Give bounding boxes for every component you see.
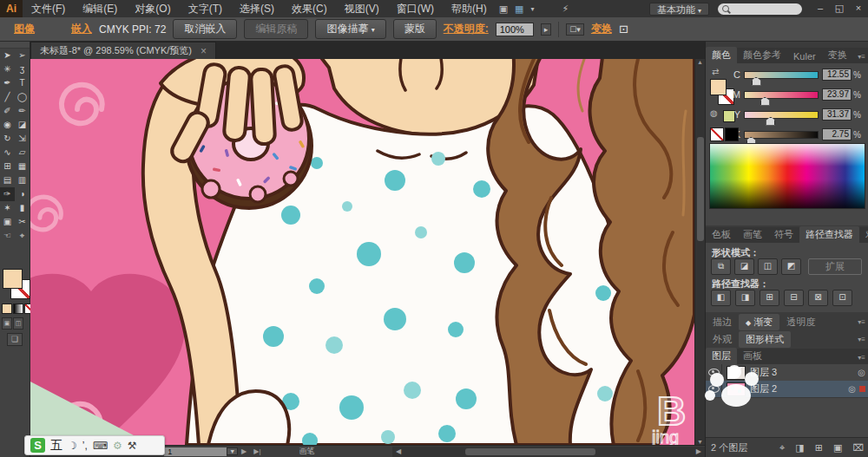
menu-help[interactable]: 帮助(H) bbox=[443, 0, 496, 17]
artboard-tool[interactable]: ▣ bbox=[0, 215, 15, 229]
panel-menu-icon[interactable]: ▾≡ bbox=[854, 50, 868, 63]
black-swatch[interactable] bbox=[725, 127, 739, 141]
swap-colors-icon[interactable]: ⇄ bbox=[712, 67, 719, 76]
black-value-field[interactable]: 2.75 bbox=[822, 128, 852, 140]
artboard-number-field[interactable]: 1 bbox=[164, 447, 227, 456]
yellow-slider[interactable] bbox=[744, 111, 819, 119]
magenta-slider[interactable] bbox=[744, 91, 819, 99]
select-similar-icon[interactable]: ☐▾ bbox=[566, 23, 584, 36]
delete-selection-icon[interactable]: ⌧ bbox=[847, 442, 868, 454]
artboard-next-icon[interactable]: ▶ bbox=[238, 447, 250, 455]
tab-symbols[interactable]: 符号 bbox=[768, 226, 799, 243]
transform-link[interactable]: 变换 bbox=[591, 22, 612, 36]
selection-tool[interactable]: ➤ bbox=[0, 49, 15, 62]
menu-window[interactable]: 窗口(W) bbox=[388, 0, 443, 17]
settings-icon[interactable]: ⚙ bbox=[113, 440, 122, 452]
vertical-scroll-thumb[interactable] bbox=[697, 137, 704, 241]
make-clipping-mask-icon[interactable]: ◨ bbox=[790, 442, 809, 454]
tab-transform[interactable]: 变换 bbox=[822, 47, 853, 63]
ellipse-tool[interactable]: ◯ bbox=[15, 90, 30, 104]
tab-color[interactable]: 颜色 bbox=[706, 47, 737, 63]
color-spectrum[interactable] bbox=[709, 143, 865, 209]
draw-normal-icon[interactable]: ▣ bbox=[2, 317, 12, 330]
draw-behind-icon[interactable]: ◫ bbox=[13, 317, 23, 330]
none-swatch[interactable] bbox=[710, 127, 724, 141]
unite-icon[interactable]: ⧉ bbox=[711, 258, 731, 275]
opacity-caret-icon[interactable]: ▸ bbox=[541, 23, 552, 36]
new-layer-icon[interactable]: ▣ bbox=[828, 442, 847, 454]
symbol-sprayer-tool[interactable]: ✶ bbox=[0, 201, 15, 215]
tab-graphic-styles[interactable]: 图形样式 bbox=[739, 331, 791, 348]
tab-stroke[interactable]: 描边 bbox=[706, 314, 739, 330]
line-segment-tool[interactable]: ╱ bbox=[0, 90, 15, 104]
magenta-value-field[interactable]: 23.97 bbox=[822, 88, 852, 101]
trim-icon[interactable]: ◨ bbox=[735, 290, 755, 306]
menu-type[interactable]: 文字(T) bbox=[180, 0, 231, 17]
menu-view[interactable]: 视图(V) bbox=[336, 0, 388, 17]
eyedropper-tool[interactable]: ✑ bbox=[0, 187, 15, 201]
exclude-icon[interactable]: ◩ bbox=[781, 258, 801, 275]
yellow-value-field[interactable]: 31.37 bbox=[822, 108, 852, 121]
unembed-button[interactable]: 取消嵌入 bbox=[173, 19, 237, 39]
horizontal-scroll-thumb[interactable] bbox=[465, 448, 595, 455]
artboard-caret-icon[interactable]: ▼ bbox=[227, 447, 238, 455]
zoom-tool[interactable]: ⌖ bbox=[15, 229, 30, 243]
expand-button[interactable]: 扩展 bbox=[808, 258, 862, 275]
menu-object[interactable]: 对象(O) bbox=[126, 0, 179, 17]
cyan-slider[interactable] bbox=[744, 71, 819, 79]
scroll-right-icon[interactable]: ▶ bbox=[693, 447, 705, 455]
isolate-selected-icon[interactable]: ⊡ bbox=[619, 23, 628, 36]
performance-icon[interactable]: ⚡ bbox=[558, 3, 572, 15]
menu-select[interactable]: 选择(S) bbox=[231, 0, 283, 17]
divide-icon[interactable]: ◧ bbox=[711, 290, 731, 306]
cyan-value-field[interactable]: 12.55 bbox=[822, 69, 852, 81]
menu-file[interactable]: 文件(F) bbox=[23, 0, 74, 17]
blob-brush-tool[interactable]: ◉ bbox=[0, 118, 15, 132]
scroll-left-icon[interactable]: ◀ bbox=[392, 447, 404, 455]
ime-mode-toggle[interactable]: 五 bbox=[50, 438, 62, 454]
pen-tool[interactable]: ✒ bbox=[0, 76, 15, 90]
tab-transparency[interactable]: 透明度 bbox=[779, 314, 822, 330]
workspace-switcher[interactable]: 基本功能 ▾ bbox=[649, 3, 709, 16]
fill-color-swatch[interactable] bbox=[3, 269, 23, 289]
column-graph-tool[interactable]: ▮ bbox=[15, 201, 30, 215]
opacity-label[interactable]: 不透明度: bbox=[444, 22, 489, 36]
minus-back-icon[interactable]: ⊡ bbox=[832, 290, 852, 306]
keyboard-icon[interactable]: ⌨ bbox=[93, 440, 108, 452]
magic-wand-tool[interactable]: ✳ bbox=[0, 62, 15, 76]
gradient-button[interactable] bbox=[13, 304, 23, 314]
toolbox-grip[interactable] bbox=[0, 42, 30, 49]
scale-tool[interactable]: ⇲ bbox=[15, 132, 30, 146]
outline-icon[interactable]: ⊠ bbox=[808, 290, 828, 306]
tab-gradient[interactable]: ◆ 渐变 bbox=[739, 314, 779, 330]
pencil-tool[interactable]: ✏ bbox=[15, 104, 30, 118]
web-safe-icon[interactable]: ◍ bbox=[710, 108, 718, 118]
sogou-logo-icon[interactable]: S bbox=[30, 438, 45, 453]
locate-object-icon[interactable]: ⌖ bbox=[774, 442, 790, 454]
target-icon[interactable]: ◎ bbox=[858, 368, 868, 377]
minimize-button[interactable]: – bbox=[811, 2, 830, 16]
mesh-tool[interactable]: ▤ bbox=[0, 173, 15, 187]
tab-color-guide[interactable]: 颜色参考 bbox=[737, 47, 787, 63]
gradient-tool[interactable]: ▥ bbox=[15, 173, 30, 187]
tab-swatches[interactable]: 色板 bbox=[706, 226, 737, 243]
slice-tool[interactable]: ✂ bbox=[15, 215, 30, 229]
direct-selection-tool[interactable]: ➢ bbox=[15, 49, 30, 62]
mask-button[interactable]: 蒙版 bbox=[393, 19, 437, 39]
paintbrush-tool[interactable]: ✐ bbox=[0, 104, 15, 118]
scroll-up-icon[interactable]: ▲ bbox=[695, 59, 705, 65]
perspective-grid-tool[interactable]: ▦ bbox=[15, 160, 30, 173]
crop-icon[interactable]: ⊟ bbox=[784, 290, 804, 306]
wrench-icon[interactable]: ⚒ bbox=[128, 440, 137, 452]
scroll-down-icon[interactable]: ▼ bbox=[695, 439, 705, 445]
panel-menu-icon[interactable]: ▾≡ bbox=[854, 351, 868, 364]
canvas[interactable]: B jing bbox=[30, 59, 694, 445]
free-transform-tool[interactable]: ▱ bbox=[15, 146, 30, 160]
slider-thumb[interactable] bbox=[766, 117, 775, 126]
menu-effect[interactable]: 效果(C) bbox=[283, 0, 336, 17]
launch-bridge-icon[interactable]: ▣ bbox=[496, 3, 511, 15]
tab-close-icon[interactable]: × bbox=[201, 45, 207, 57]
shape-builder-tool[interactable]: ⊞ bbox=[0, 160, 15, 173]
panel-menu-icon[interactable]: ▾≡ bbox=[854, 316, 868, 329]
new-sublayer-icon[interactable]: ⊞ bbox=[810, 442, 828, 454]
